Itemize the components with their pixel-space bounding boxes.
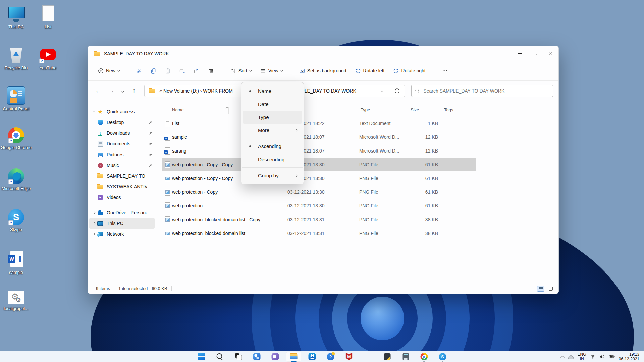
file-row[interactable]: List 03-12-2021 18:22 Text Document 1 KB [156, 116, 558, 130]
taskbar-button-task-view[interactable] [231, 352, 246, 362]
sort-menu-item-descending[interactable]: Descending [243, 153, 302, 166]
sort-menu-item-group-by[interactable]: Group by [243, 169, 302, 182]
sidebar-item-sample-day-to-da[interactable]: SAMPLE_DAY TO DA [89, 171, 155, 181]
hidden-icons-chevron-icon[interactable] [560, 356, 564, 359]
taskbar-button-file-explorer[interactable] [286, 352, 302, 362]
file-row[interactable]: sarang 03-12-2021 18:07 Microsoft Word D… [156, 144, 558, 158]
paste-button[interactable] [162, 65, 174, 76]
search-box[interactable] [411, 85, 553, 97]
set-background-button[interactable]: Set as background [296, 65, 350, 76]
desktop-icon-control-panel[interactable]: ↗ Control Panel [0, 84, 32, 125]
back-button[interactable]: ← [93, 85, 104, 96]
close-button[interactable] [543, 46, 558, 61]
sidebar-item-downloads[interactable]: Downloads [89, 128, 155, 138]
taskbar-button-get-help[interactable] [323, 352, 338, 362]
maximize-button[interactable] [528, 46, 543, 61]
taskbar-button-widgets[interactable] [249, 352, 265, 362]
sidebar-item-music[interactable]: Music [89, 160, 155, 171]
desktop-icon-sample[interactable]: ↗ sample [0, 248, 32, 289]
taskbar-button-skype[interactable] [435, 352, 450, 362]
sidebar-item-documents[interactable]: Documents [89, 138, 155, 149]
file-row[interactable]: web protection_blocked domain list 03-12… [156, 226, 558, 240]
file-row[interactable]: web protection - Copy - Copy 03-12-2021 … [156, 171, 558, 185]
desktop-icon-this-pc[interactable]: ↗ This PC [0, 3, 32, 44]
new-button[interactable]: New [95, 65, 123, 76]
sidebar-item-network[interactable]: Network [89, 229, 155, 239]
cut-button[interactable] [133, 65, 145, 76]
taskbar-button-chat[interactable] [268, 352, 283, 362]
rotate-right-button[interactable]: Rotate right [390, 65, 429, 76]
column-header-tags[interactable]: Tags [444, 107, 453, 112]
refresh-button[interactable] [394, 88, 400, 95]
desktop-icon-list[interactable]: ↗ List [32, 3, 64, 44]
forward-button[interactable]: → [106, 85, 117, 96]
sidebar-item-desktop[interactable]: Desktop [89, 117, 155, 128]
taskbar-button-chrome[interactable] [417, 352, 432, 362]
column-header-size[interactable]: Size [411, 107, 419, 112]
expand-chevron-icon[interactable] [91, 212, 97, 214]
sort-menu-item-name[interactable]: Name [243, 84, 302, 98]
breadcrumb[interactable]: « New Volume (D:) › WORK FROM [159, 88, 233, 94]
address-dropdown-icon[interactable] [381, 89, 384, 92]
copy-button[interactable] [147, 65, 160, 76]
wifi-icon[interactable] [590, 354, 596, 359]
desktop-icon-localgrppol[interactable]: ↗ localgrppol... [0, 289, 32, 330]
breadcrumb-current[interactable]: PLE_DAY TO DAY WORK [301, 88, 356, 94]
view-button[interactable]: View [257, 65, 286, 76]
taskbar-button-store[interactable] [305, 352, 320, 362]
up-button[interactable]: ↑ [128, 85, 140, 96]
expand-chevron-icon[interactable] [91, 233, 97, 235]
clock[interactable]: 19:13 06-12-2021 [619, 352, 639, 361]
column-divider[interactable] [407, 107, 407, 114]
desktop-icon-microsoft-edge[interactable]: ↗ Microsoft Edge [0, 166, 32, 207]
delete-button[interactable] [205, 65, 217, 76]
file-row[interactable]: web protection 03-12-2021 13:30 PNG File… [156, 199, 558, 213]
desktop-icon-youtube[interactable]: ↗ YouTube [32, 44, 64, 84]
recent-locations-button[interactable] [119, 85, 126, 96]
rename-button[interactable] [176, 65, 189, 76]
taskbar-button-start[interactable] [194, 352, 209, 362]
battery-icon[interactable] [609, 354, 615, 359]
sort-menu-item-date[interactable]: Date [243, 98, 302, 111]
column-divider[interactable] [357, 107, 357, 114]
sidebar-item-pictures[interactable]: Pictures [89, 149, 155, 160]
language-indicator[interactable]: ENG IN [578, 352, 586, 361]
title-bar[interactable]: SAMPLE_DAY TO DAY WORK [88, 46, 558, 61]
more-options-button[interactable] [439, 65, 451, 76]
column-header-type[interactable]: Type [361, 107, 370, 112]
volume-icon[interactable] [599, 354, 605, 359]
share-button[interactable] [191, 65, 203, 76]
sidebar-item-onedrive-personal[interactable]: OneDrive - Personal [89, 207, 155, 218]
expand-chevron-icon[interactable] [91, 222, 97, 224]
sort-button[interactable]: Sort [227, 65, 255, 76]
desktop-icon-google-chrome[interactable]: ↗ Google Chrome [0, 125, 32, 166]
expand-chevron-icon[interactable] [91, 111, 97, 113]
sort-menu-item-ascending[interactable]: Ascending [243, 140, 302, 153]
taskbar-button-calculator[interactable] [398, 352, 414, 362]
rotate-left-button[interactable]: Rotate left [352, 65, 388, 76]
desktop-icon-recycle-bin[interactable]: ↗ Recycle Bin [0, 44, 32, 84]
sidebar-item-systweak-antivir[interactable]: SYSTWEAK ANTIVIR [89, 181, 155, 192]
search-input[interactable] [423, 88, 549, 94]
sort-menu-item-more[interactable]: More [243, 124, 302, 137]
file-row[interactable]: sample 03-12-2021 18:07 Microsoft Word D… [156, 130, 558, 144]
sidebar-item-quick-access[interactable]: Quick access [89, 106, 155, 117]
sidebar-item-this-pc[interactable]: This PC [89, 218, 155, 229]
sort-menu-item-type[interactable]: Type [243, 111, 302, 124]
minimize-button[interactable] [512, 46, 528, 61]
file-row[interactable]: web protection - Copy - Copy - 03-12-202… [156, 158, 558, 171]
column-divider[interactable] [442, 107, 442, 114]
column-divider[interactable] [228, 107, 229, 114]
details-view-button[interactable] [537, 286, 544, 292]
taskbar-button-notes[interactable] [380, 352, 395, 362]
file-name: web protection_blocked domain list - Cop… [172, 217, 260, 222]
taskbar-button-search[interactable] [212, 352, 228, 362]
taskbar-button-mcafee[interactable] [341, 352, 357, 362]
onedrive-tray-icon[interactable] [568, 354, 574, 359]
large-icons-view-button[interactable] [547, 286, 554, 292]
file-row[interactable]: web protection_blocked domain list - Cop… [156, 213, 558, 226]
column-header-name[interactable]: Name [172, 107, 184, 112]
sidebar-item-videos[interactable]: Videos [89, 192, 155, 203]
file-row[interactable]: web protection - Copy 03-12-2021 13:30 P… [156, 185, 558, 199]
desktop-icon-skype[interactable]: ↗ Skype [0, 207, 32, 248]
